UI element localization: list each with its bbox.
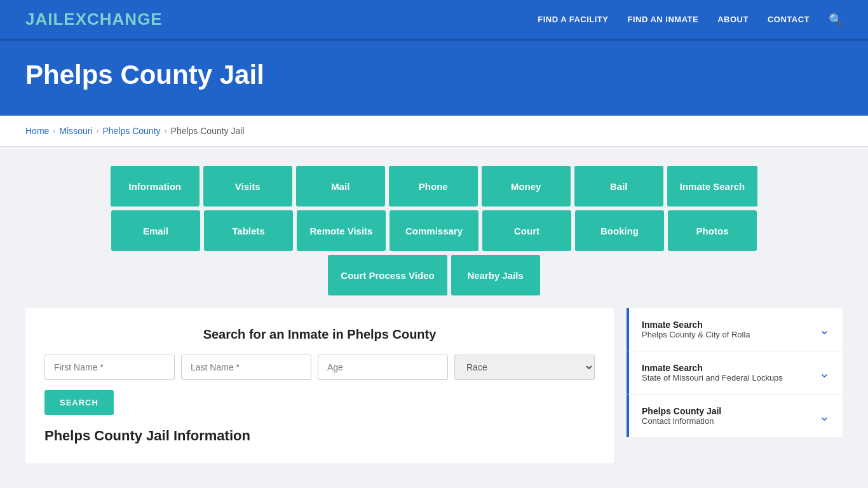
nav-find-facility[interactable]: FIND A FACILITY — [538, 15, 608, 24]
logo-accent: EXCHANGE — [64, 10, 162, 29]
content-area: Search for an Inmate in Phelps County Ra… — [25, 308, 843, 463]
right-card-1-title: Inmate Search — [642, 320, 750, 330]
tile-remote-visits[interactable]: Remote Visits — [297, 210, 386, 251]
left-panel: Search for an Inmate in Phelps County Ra… — [25, 308, 614, 463]
breadcrumb-sep-1: › — [53, 126, 55, 135]
search-icon[interactable]: 🔍 — [829, 13, 843, 27]
nav-contact[interactable]: CONTACT — [768, 15, 810, 24]
tile-email[interactable]: Email — [111, 210, 200, 251]
chevron-icon-1: ⌄ — [819, 322, 830, 337]
right-card-1-sub: Phelps County & City of Rolla — [642, 330, 750, 339]
tile-booking[interactable]: Booking — [575, 210, 664, 251]
search-title: Search for an Inmate in Phelps County — [44, 327, 595, 342]
hero-section: Phelps County Jail — [0, 41, 868, 116]
right-card-2-text: Inmate Search State of Missouri and Fede… — [642, 363, 783, 383]
tile-commissary[interactable]: Commissary — [390, 210, 478, 251]
chevron-icon-3: ⌄ — [819, 409, 830, 424]
nav-about[interactable]: ABOUT — [717, 15, 749, 24]
breadcrumb-sep-3: › — [165, 126, 167, 135]
logo-main: JAIL — [25, 10, 64, 29]
tile-visits[interactable]: Visits — [203, 166, 292, 207]
header: JAILEXCHANGE FIND A FACILITY FIND AN INM… — [0, 0, 868, 41]
right-card-2-sub: State of Missouri and Federal Lockups — [642, 373, 783, 383]
tile-bail[interactable]: Bail — [574, 166, 663, 207]
right-card-1[interactable]: Inmate Search Phelps County & City of Ro… — [627, 308, 843, 351]
tile-row-3: Court Process Video Nearby Jails — [25, 255, 843, 295]
tile-nearby-jails[interactable]: Nearby Jails — [451, 255, 540, 295]
first-name-input[interactable] — [44, 355, 175, 380]
page-title: Phelps County Jail — [25, 60, 843, 90]
tile-money[interactable]: Money — [482, 166, 571, 207]
nav-find-inmate[interactable]: FIND AN INMATE — [627, 15, 698, 24]
tile-information[interactable]: Information — [111, 166, 200, 207]
tile-row-2: Email Tablets Remote Visits Commissary C… — [25, 210, 843, 251]
breadcrumb-current: Phelps County Jail — [171, 126, 245, 136]
right-card-3-sub: Contact Information — [642, 416, 721, 426]
tile-photos[interactable]: Photos — [668, 210, 757, 251]
right-card-1-text: Inmate Search Phelps County & City of Ro… — [642, 320, 750, 339]
logo[interactable]: JAILEXCHANGE — [25, 10, 163, 29]
main-content: Information Visits Mail Phone Money Bail… — [0, 147, 868, 482]
section-title: Phelps County Jail Information — [44, 415, 595, 444]
tile-phone[interactable]: Phone — [389, 166, 478, 207]
breadcrumb-home[interactable]: Home — [25, 126, 49, 136]
tile-court[interactable]: Court — [482, 210, 571, 251]
breadcrumb-phelps-county[interactable]: Phelps County — [102, 126, 160, 136]
tile-mail[interactable]: Mail — [296, 166, 385, 207]
tile-tablets[interactable]: Tablets — [204, 210, 293, 251]
right-card-3-text: Phelps County Jail Contact Information — [642, 406, 721, 426]
breadcrumb: Home › Missouri › Phelps County › Phelps… — [0, 116, 868, 147]
last-name-input[interactable] — [181, 355, 311, 380]
search-fields: Race White Black Hispanic Asian Other — [44, 355, 595, 380]
search-button[interactable]: SEARCH — [44, 390, 114, 415]
tile-court-process-video[interactable]: Court Process Video — [328, 255, 447, 295]
right-card-3[interactable]: Phelps County Jail Contact Information ⌄ — [627, 395, 843, 437]
right-card-3-title: Phelps County Jail — [642, 406, 721, 416]
tile-grid: Information Visits Mail Phone Money Bail… — [25, 166, 843, 295]
tile-inmate-search[interactable]: Inmate Search — [667, 166, 758, 207]
right-panel: Inmate Search Phelps County & City of Ro… — [627, 308, 843, 463]
race-select[interactable]: Race White Black Hispanic Asian Other — [454, 355, 595, 380]
breadcrumb-sep-2: › — [96, 126, 98, 135]
age-input[interactable] — [318, 355, 448, 380]
main-nav: FIND A FACILITY FIND AN INMATE ABOUT CON… — [538, 13, 843, 27]
tile-row-1: Information Visits Mail Phone Money Bail… — [25, 166, 843, 207]
breadcrumb-missouri[interactable]: Missouri — [59, 126, 92, 136]
chevron-icon-2: ⌄ — [819, 365, 830, 381]
right-card-2-title: Inmate Search — [642, 363, 783, 373]
right-card-2[interactable]: Inmate Search State of Missouri and Fede… — [627, 351, 843, 395]
